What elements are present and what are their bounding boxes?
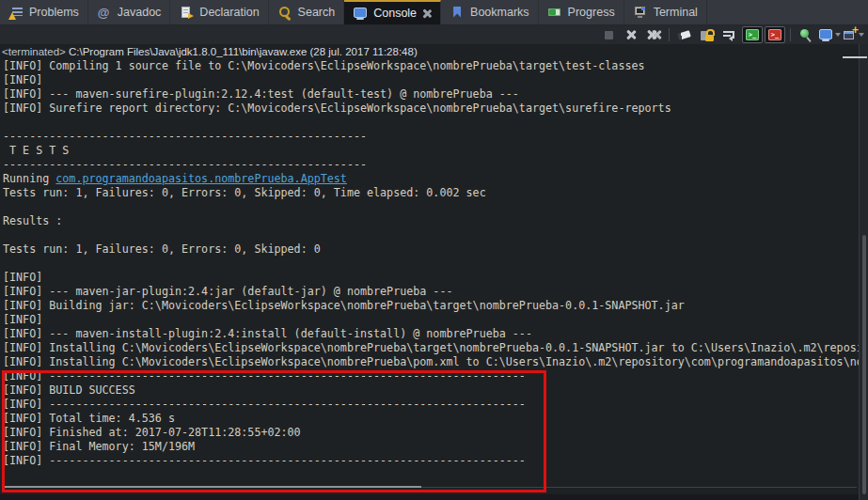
vertical-scrollbar[interactable]: [859, 44, 868, 500]
console-line: [3, 228, 859, 242]
launch-path: C:\Program Files\Java\jdk1.8.0_111\bin\j…: [66, 46, 418, 57]
toolbar-separator: [669, 28, 670, 41]
word-wrap-button[interactable]: [719, 26, 740, 43]
stderr-console-icon: >_: [768, 29, 781, 40]
console-line: Running com.programandoapasitos.nombrePr…: [3, 172, 859, 186]
remove-icon: [626, 30, 637, 40]
console-line: [INFO] Building jar: C:\Movicoders\Eclip…: [3, 299, 859, 313]
tab-problems[interactable]: Problems: [0, 0, 88, 24]
remove-all-icon: [646, 30, 661, 40]
eclipse-console-view: Problems Javadoc Declaration Search Cons…: [0, 0, 868, 500]
console-line: [INFO] Compiling 1 source file to C:\Mov…: [3, 59, 859, 73]
scrollbar-top-edge: [843, 56, 867, 58]
bookmark-icon: [450, 6, 465, 20]
monitor-icon: [818, 28, 833, 42]
console-line: [3, 116, 859, 130]
tab-progress[interactable]: Progress: [539, 0, 624, 24]
close-icon[interactable]: [422, 8, 432, 18]
highlight-box: [2, 370, 546, 492]
console-line: Results :: [3, 214, 859, 228]
chevron-down-icon: [859, 33, 864, 37]
declaration-icon: [179, 6, 194, 20]
console-line: [INFO]: [3, 271, 859, 285]
pin-console-button[interactable]: [796, 26, 816, 43]
scroll-lock-button[interactable]: [697, 26, 718, 43]
console-line: ----------------------------------------…: [3, 130, 859, 144]
console-toolbar: >_ >_ +: [0, 25, 868, 44]
new-console-icon: +: [843, 28, 857, 41]
console-line: [INFO]: [3, 313, 859, 327]
vertical-scrollbar-thumb[interactable]: [862, 235, 866, 494]
tab-label: Problems: [29, 6, 79, 19]
stdout-console-icon: >_: [746, 29, 759, 40]
tab-label: Javadoc: [118, 6, 162, 19]
console-output-area: <terminated> C:\Program Files\Java\jdk1.…: [0, 44, 859, 500]
show-stdout-console-button[interactable]: >_: [742, 26, 763, 43]
clear-console-button[interactable]: [674, 26, 695, 43]
open-console-button[interactable]: +: [843, 26, 864, 43]
tab-label: Search: [298, 6, 336, 19]
tab-label: Progress: [568, 6, 615, 19]
remove-launch-button[interactable]: [621, 26, 641, 43]
view-tabbar: Problems Javadoc Declaration Search Cons…: [0, 0, 868, 25]
console-icon: [353, 7, 368, 21]
tab-console[interactable]: Console: [344, 0, 441, 24]
console-line: [INFO] --- maven-jar-plugin:2.4:jar (def…: [3, 285, 859, 299]
tab-search[interactable]: Search: [269, 0, 345, 24]
bottom-edge: [0, 494, 859, 500]
javadoc-icon: [97, 6, 112, 20]
display-selected-console-button[interactable]: [818, 26, 841, 43]
terminated-label: <terminated>: [2, 46, 66, 57]
tab-label: Console: [373, 7, 417, 20]
console-line: ----------------------------------------…: [3, 158, 859, 172]
console-line: T E S T S: [3, 144, 859, 158]
tab-javadoc[interactable]: Javadoc: [88, 0, 171, 24]
toolbar-separator: [790, 28, 791, 41]
progress-icon: [547, 6, 562, 20]
terminal-icon: [633, 6, 648, 20]
console-line: [INFO] Installing C:\Movicoders\EclipseW…: [3, 355, 859, 369]
console-line: Tests run: 1, Failures: 0, Errors: 0, Sk…: [3, 242, 859, 257]
test-class-link[interactable]: com.programandoapasitos.nombrePrueba.App…: [55, 172, 347, 185]
console-line: [INFO]: [3, 73, 859, 87]
search-icon: [277, 6, 292, 20]
console-line: [INFO] Surefire report directory: C:\Mov…: [3, 102, 859, 116]
lock-icon: [700, 28, 715, 42]
tab-bookmarks[interactable]: Bookmarks: [441, 0, 539, 24]
stop-icon: [605, 31, 613, 39]
tab-terminal[interactable]: Terminal: [624, 0, 707, 24]
console-status-line: <terminated> C:\Program Files\Java\jdk1.…: [0, 44, 859, 59]
remove-all-terminated-button[interactable]: [643, 26, 664, 43]
problems-icon: [8, 6, 24, 20]
console-line: [INFO] --- maven-surefire-plugin:2.12.4:…: [3, 87, 859, 102]
tab-declaration[interactable]: Declaration: [170, 0, 268, 24]
terminate-button[interactable]: [598, 26, 619, 43]
eraser-icon: [677, 28, 692, 41]
console-line: Tests run: 1, Failures: 0, Errors: 0, Sk…: [3, 186, 859, 200]
console-line: [3, 200, 859, 214]
word-wrap-icon: [722, 28, 737, 41]
show-stderr-console-button[interactable]: >_: [765, 26, 785, 43]
tab-label: Bookmarks: [470, 6, 529, 19]
tab-label: Declaration: [199, 6, 259, 19]
pin-icon: [798, 28, 813, 42]
console-line: [INFO] Installing C:\Movicoders\EclipseW…: [3, 341, 859, 355]
console-line: [3, 257, 859, 271]
console-line: [INFO] --- maven-install-plugin:2.4:inst…: [3, 327, 859, 341]
tab-label: Terminal: [654, 6, 698, 19]
chevron-down-icon: [835, 33, 841, 37]
